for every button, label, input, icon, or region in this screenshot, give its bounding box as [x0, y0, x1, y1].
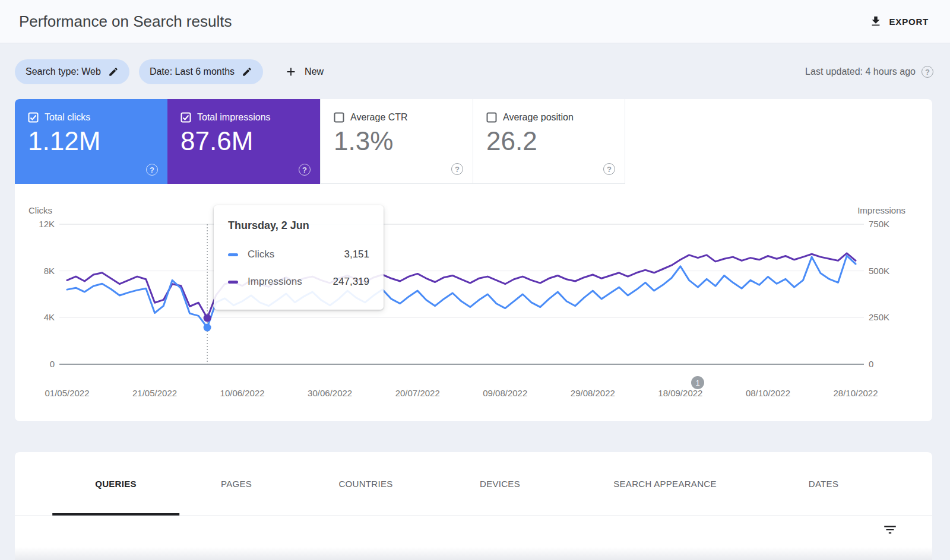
x-axis-label: 21/05/2022 [132, 388, 177, 398]
export-label: EXPORT [889, 17, 929, 27]
filter-row: Search type: Web Date: Last 6 months New… [0, 43, 950, 84]
export-button[interactable]: EXPORT [867, 11, 931, 31]
metric-value: 26.2 [486, 126, 625, 156]
filter-list-icon[interactable] [882, 522, 898, 537]
x-axis-label: 30/06/2022 [308, 388, 352, 398]
search-type-chip-label: Search type: Web [26, 66, 101, 77]
x-axis-label: 20/07/2022 [395, 388, 440, 398]
tab-dates[interactable]: DATES [809, 452, 838, 516]
impressions-swatch [228, 281, 238, 284]
date-filter-chip[interactable]: Date: Last 6 months [139, 59, 263, 84]
checkbox-unchecked-icon[interactable] [334, 112, 344, 123]
x-axis-label: 08/10/2022 [746, 388, 790, 398]
average-position-card[interactable]: Average position 26.2 ? [473, 99, 625, 184]
top-bar: Performance on Search results EXPORT [0, 0, 950, 43]
last-updated-text: Last updated: 4 hours ago [805, 66, 916, 77]
x-axis-label: 29/08/2022 [571, 388, 615, 398]
dimension-tabs: QUERIES PAGES COUNTRIES DEVICES SEARCH A… [15, 452, 932, 516]
checkbox-checked-icon[interactable] [28, 112, 39, 123]
performance-line-chart[interactable] [15, 184, 932, 421]
checkbox-unchecked-icon[interactable] [486, 112, 497, 123]
last-updated: Last updated: 4 hours ago ? [805, 66, 933, 78]
dimensions-card: QUERIES PAGES COUNTRIES DEVICES SEARCH A… [15, 452, 932, 560]
annotation-badge[interactable]: 1 [691, 376, 704, 389]
tooltip-value: 247,319 [333, 276, 369, 288]
total-clicks-card[interactable]: Total clicks 1.12M ? [15, 99, 167, 184]
x-axis-label: 18/09/2022 [658, 388, 702, 398]
plus-icon [284, 65, 297, 78]
x-axis-label: 09/08/2022 [483, 388, 527, 398]
edit-pencil-icon [242, 66, 252, 77]
new-filter-button[interactable]: New [281, 65, 327, 79]
tooltip-impressions-row: Impressions 247,319 [228, 273, 369, 290]
tooltip-date: Thursday, 2 Jun [228, 219, 369, 232]
average-ctr-card[interactable]: Average CTR 1.3% ? [320, 99, 473, 184]
performance-page: Performance on Search results EXPORT Sea… [0, 0, 950, 560]
help-icon[interactable]: ? [603, 163, 615, 175]
edit-pencil-icon [108, 66, 119, 77]
metric-cards: Total clicks 1.12M ? Total impressions 8… [15, 99, 932, 184]
help-icon[interactable]: ? [922, 66, 933, 78]
help-icon[interactable]: ? [146, 164, 158, 176]
new-filter-label: New [305, 66, 324, 77]
total-impressions-card[interactable]: Total impressions 87.6M ? [167, 99, 320, 184]
page-title: Performance on Search results [19, 12, 867, 31]
tab-pages[interactable]: PAGES [221, 452, 252, 516]
metric-value: 1.3% [334, 126, 473, 156]
tooltip-value: 3,151 [344, 249, 369, 260]
tooltip-label: Clicks [248, 249, 274, 260]
checkbox-checked-icon[interactable] [180, 112, 191, 123]
metric-value: 1.12M [28, 126, 167, 156]
clicks-swatch [228, 253, 238, 256]
metric-value: 87.6M [180, 126, 320, 156]
download-icon [869, 15, 882, 28]
tab-search-appearance[interactable]: SEARCH APPEARANCE [613, 452, 716, 516]
tooltip-clicks-row: Clicks 3,151 [228, 246, 369, 263]
metric-label: Average position [503, 112, 574, 123]
help-icon[interactable]: ? [299, 164, 311, 176]
chart-area: Clicks Impressions 12K 8K 4K 0 750K 500K… [15, 184, 932, 421]
x-axis-label: 28/10/2022 [833, 388, 878, 398]
x-axis-label: 10/06/2022 [220, 388, 265, 398]
tab-devices[interactable]: DEVICES [480, 452, 520, 516]
chart-tooltip: Thursday, 2 Jun Clicks 3,151 Impressions… [214, 205, 384, 310]
tab-queries[interactable]: QUERIES [95, 452, 137, 516]
tab-countries[interactable]: COUNTRIES [338, 452, 392, 516]
metric-label: Average CTR [350, 112, 408, 123]
metric-label: Total impressions [197, 112, 271, 123]
help-icon[interactable]: ? [451, 163, 463, 175]
search-type-chip[interactable]: Search type: Web [15, 59, 129, 84]
tooltip-label: Impressions [248, 276, 302, 288]
x-axis-label: 01/05/2022 [45, 388, 89, 398]
performance-card: Total clicks 1.12M ? Total impressions 8… [15, 99, 932, 421]
metric-label: Total clicks [45, 112, 90, 123]
table-toolbar [15, 516, 932, 552]
date-filter-chip-label: Date: Last 6 months [150, 66, 235, 77]
